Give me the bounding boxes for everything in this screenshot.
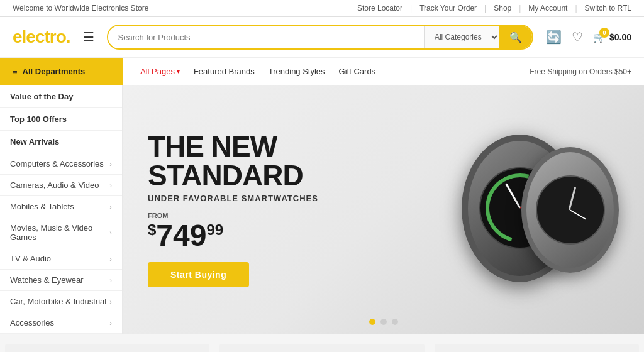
- gift-cards-label: Gift Cards: [339, 67, 376, 76]
- sidebar-cameras[interactable]: Cameras, Audio & Video ›: [0, 175, 122, 196]
- start-buying-button[interactable]: Start Buying: [148, 262, 249, 287]
- all-departments-button[interactable]: ≡ All Departments: [0, 58, 123, 85]
- my-account-link[interactable]: My Account: [528, 4, 567, 13]
- search-input[interactable]: [108, 26, 424, 48]
- sidebar-mobiles-arrow: ›: [109, 203, 112, 211]
- header-actions: 🔄 ♡ 🛒 0 $0.00: [546, 30, 631, 45]
- sidebar-top-100[interactable]: Top 100 Offers: [0, 108, 122, 131]
- sidebar-car[interactable]: Car, Motorbike & Industrial ›: [0, 291, 122, 312]
- sidebar-tv[interactable]: TV & Audio ›: [0, 248, 122, 270]
- hero-watches: [430, 85, 631, 334]
- dot-1[interactable]: [369, 319, 375, 325]
- promo-cameras-card: CATCH BIGDEALS ON THECAMERAS Shop now ›: [5, 344, 209, 352]
- nav-links: All Pages ▾ Featured Brands Trending Sty…: [123, 58, 517, 85]
- sidebar-car-arrow: ›: [109, 298, 112, 305]
- nav-all-pages[interactable]: All Pages ▾: [135, 58, 185, 85]
- nav-trending-styles[interactable]: Trending Styles: [264, 58, 330, 85]
- sidebar-tv-label: TV & Audio: [10, 254, 51, 263]
- nav-featured-brands[interactable]: Featured Brands: [189, 58, 260, 85]
- hero-line1: THE NEW: [148, 130, 277, 163]
- promo-hottest-card: SHOP THEHOTTESTPRODUCTS Shop now ›: [435, 344, 639, 352]
- cart-button[interactable]: 🛒 0 $0.00: [593, 31, 631, 43]
- sidebar-mobiles[interactable]: Mobiles & Tablets ›: [0, 196, 122, 217]
- sidebar-movies-label: Movies, Music & Video Games: [10, 223, 109, 242]
- search-button[interactable]: 🔍: [499, 26, 532, 48]
- hero-price-cents: 99: [206, 221, 223, 238]
- sidebar-new-arrivals[interactable]: New Arrivals: [0, 131, 122, 153]
- sidebar-accessories-arrow: ›: [109, 319, 112, 327]
- logo-text: electro: [13, 27, 66, 47]
- nav-gift-cards[interactable]: Gift Cards: [334, 58, 381, 85]
- sidebar-movies[interactable]: Movies, Music & Video Games ›: [0, 217, 122, 248]
- logo-dot: .: [66, 27, 70, 47]
- hero-price-symbol: $: [148, 221, 156, 238]
- sidebar-cameras-label: Cameras, Audio & Video: [10, 180, 99, 190]
- all-departments-label: All Departments: [23, 67, 86, 76]
- all-pages-arrow: ▾: [177, 68, 180, 75]
- top-bar: Welcome to Worldwide Electronics Store S…: [0, 0, 644, 17]
- switch-rtl-link[interactable]: Switch to RTL: [585, 4, 631, 13]
- header: electro. ☰ All Categories 🔍 🔄 ♡ 🛒 0 $0.0…: [0, 17, 644, 58]
- sidebar-computers-label: Computers & Accessories: [10, 159, 104, 168]
- free-shipping-notice: Free Shipping on Orders $50+: [517, 67, 644, 76]
- hero-price-main: 749: [156, 219, 206, 252]
- sidebar-accessories[interactable]: Accessories ›: [0, 312, 122, 334]
- refresh-icon[interactable]: 🔄: [546, 30, 562, 45]
- dot-3[interactable]: [392, 319, 398, 325]
- hamburger-menu-icon[interactable]: ☰: [83, 30, 94, 45]
- sidebar-computers-arrow: ›: [109, 160, 112, 168]
- featured-brands-label: Featured Brands: [194, 67, 255, 76]
- hero-dots: [369, 319, 398, 325]
- hero-subtitle: UNDER FAVORABLE SMARTWATCHES: [148, 194, 318, 203]
- track-order-link[interactable]: Track Your Order: [419, 4, 477, 13]
- cart-icon-wrap: 🛒 0: [593, 31, 606, 43]
- departments-icon: ≡: [13, 67, 18, 76]
- promo-tablets-card: TABLETS,SMARTPHONESAND MOREUP TO 70% Sho…: [219, 344, 424, 352]
- hero-content: THE NEW STANDARD UNDER FAVORABLE SMARTWA…: [148, 132, 318, 288]
- store-locator-link[interactable]: Store Locator: [357, 4, 402, 13]
- sidebar-tv-arrow: ›: [109, 255, 112, 263]
- promo-row: CATCH BIGDEALS ON THECAMERAS Shop now › …: [0, 334, 644, 352]
- cart-total: $0.00: [609, 32, 631, 42]
- search-bar: All Categories 🔍: [107, 25, 533, 50]
- hero-price: $74999: [148, 219, 318, 253]
- cart-badge: 0: [599, 28, 609, 38]
- sidebar-accessories-label: Accessories: [10, 318, 54, 327]
- sidebar-watches[interactable]: Watches & Eyewear ›: [0, 270, 122, 291]
- main-content: Value of the Day Top 100 Offers New Arri…: [0, 85, 644, 334]
- sidebar-value-of-day[interactable]: Value of the Day: [0, 85, 122, 108]
- sidebar-watches-arrow: ›: [109, 277, 112, 284]
- dot-2[interactable]: [380, 319, 387, 325]
- category-select[interactable]: All Categories: [424, 26, 499, 48]
- watch-small: [521, 147, 619, 273]
- welcome-text: Welcome to Worldwide Electronics Store: [13, 4, 148, 13]
- hero-banner: THE NEW STANDARD UNDER FAVORABLE SMARTWA…: [123, 85, 644, 334]
- hero-title: THE NEW STANDARD: [148, 132, 318, 190]
- trending-styles-label: Trending Styles: [269, 67, 325, 76]
- sidebar-watches-label: Watches & Eyewear: [10, 275, 84, 285]
- all-pages-label: All Pages: [140, 67, 175, 76]
- hero-line2: STANDARD: [148, 159, 303, 192]
- top-bar-actions: Store Locator | Track Your Order | Shop …: [357, 4, 631, 13]
- sidebar-mobiles-label: Mobiles & Tablets: [10, 202, 74, 211]
- shop-link[interactable]: Shop: [494, 4, 511, 13]
- sidebar-computers[interactable]: Computers & Accessories ›: [0, 153, 122, 175]
- wishlist-icon[interactable]: ♡: [572, 30, 583, 45]
- navbar: ≡ All Departments All Pages ▾ Featured B…: [0, 58, 644, 85]
- logo[interactable]: electro.: [13, 27, 70, 47]
- sidebar: Value of the Day Top 100 Offers New Arri…: [0, 85, 123, 334]
- sidebar-car-label: Car, Motorbike & Industrial: [10, 297, 106, 306]
- sidebar-movies-arrow: ›: [109, 229, 112, 236]
- sidebar-cameras-arrow: ›: [109, 182, 112, 189]
